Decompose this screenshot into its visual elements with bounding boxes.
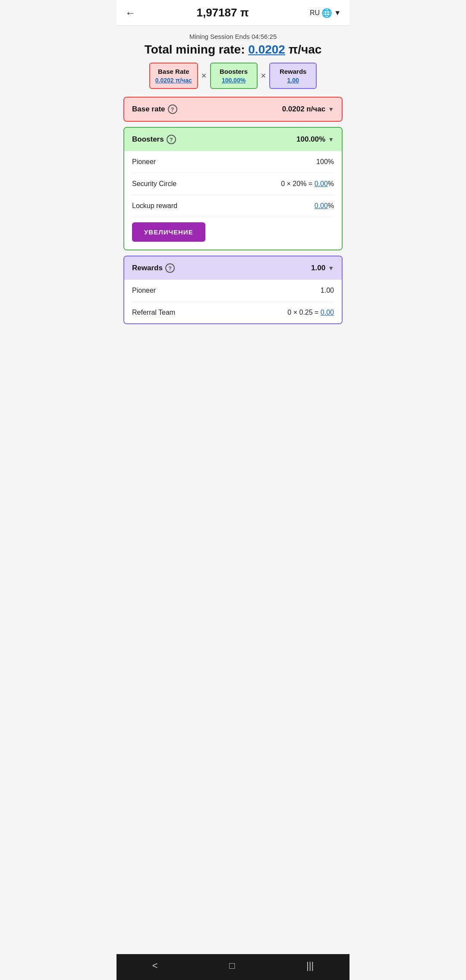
rewards-box[interactable]: Rewards 1.00 (269, 63, 317, 89)
rewards-pioneer-row: Pioneer 1.00 (132, 280, 334, 302)
referral-team-linked[interactable]: 0.00 (321, 309, 334, 316)
total-rate-display: Total mining rate: 0.0202 π/час (123, 43, 343, 57)
boosters-chevron-icon: ▼ (328, 136, 334, 143)
pioneer-label: Pioneer (132, 158, 156, 166)
boosters-title: Boosters ? (132, 135, 176, 144)
base-rate-box-value: 0.0202 π/час (155, 77, 192, 84)
nav-bar: < □ ||| (116, 954, 350, 980)
security-circle-label: Security Circle (132, 180, 176, 188)
base-rate-box[interactable]: Base Rate 0.0202 π/час (149, 63, 198, 89)
base-rate-chevron-icon: ▼ (328, 106, 334, 113)
boost-button[interactable]: УВЕЛИЧЕНИЕ (132, 222, 205, 242)
boosters-header[interactable]: Boosters ? 100.00% ▼ (124, 128, 342, 151)
base-rate-help-icon[interactable]: ? (168, 104, 177, 114)
rewards-section: Rewards ? 1.00 ▼ Pioneer 1.00 Referral T… (123, 256, 343, 324)
balance-display: 1,97187 π (196, 6, 249, 19)
rewards-pioneer-label: Pioneer (132, 287, 156, 294)
pioneer-row: Pioneer 100% (132, 151, 334, 173)
boosters-help-icon[interactable]: ? (167, 135, 176, 144)
boosters-value: 100.00% ▼ (296, 135, 334, 144)
lockup-reward-linked[interactable]: 0.00 (315, 202, 328, 209)
total-rate-value: 0.0202 (248, 43, 285, 56)
rewards-box-value: 1.00 (275, 77, 311, 84)
rewards-title: Rewards ? (132, 263, 175, 273)
rewards-value: 1.00 ▼ (311, 264, 334, 272)
security-circle-row: Security Circle 0 × 20% = 0.00% (132, 173, 334, 195)
total-rate-unit: π/час (285, 43, 321, 56)
main-content: Mining Session Ends 04:56:25 Total minin… (116, 26, 350, 954)
base-rate-header[interactable]: Base rate ? 0.0202 п/час ▼ (124, 98, 342, 121)
base-rate-section: Base rate ? 0.0202 п/час ▼ (123, 97, 343, 122)
base-rate-title: Base rate ? (132, 104, 177, 114)
boost-btn-row: УВЕЛИЧЕНИЕ (132, 217, 334, 250)
globe-icon: 🌐 (321, 8, 332, 18)
mining-session-label: Mining Session Ends 04:56:25 (123, 33, 343, 40)
security-circle-linked[interactable]: 0.00 (315, 180, 328, 187)
boosters-box[interactable]: Boosters 100.00% (210, 63, 258, 89)
app-header: ← 1,97187 π RU 🌐 ▼ (116, 0, 350, 26)
base-rate-value: 0.0202 п/час ▼ (282, 105, 334, 114)
rate-boxes-row: Base Rate 0.0202 π/час × Boosters 100.00… (123, 63, 343, 89)
nav-back-button[interactable]: < (152, 960, 158, 971)
base-rate-box-label: Base Rate (155, 68, 192, 75)
rewards-chevron-icon: ▼ (328, 265, 334, 272)
boosters-box-label: Boosters (216, 68, 252, 75)
rewards-body: Pioneer 1.00 Referral Team 0 × 0.25 = 0.… (124, 280, 342, 323)
referral-team-label: Referral Team (132, 309, 175, 316)
lang-label: RU (310, 9, 320, 17)
lockup-reward-row: Lockup reward 0.00% (132, 195, 334, 217)
referral-team-row: Referral Team 0 × 0.25 = 0.00 (132, 302, 334, 323)
multiply-sign-2: × (261, 71, 266, 81)
boosters-box-value: 100.00% (216, 77, 252, 84)
rewards-header[interactable]: Rewards ? 1.00 ▼ (124, 256, 342, 280)
dropdown-icon: ▼ (334, 9, 341, 17)
rewards-help-icon[interactable]: ? (165, 263, 175, 273)
back-button[interactable]: ← (125, 7, 135, 19)
nav-menu-button[interactable]: ||| (306, 960, 314, 971)
total-rate-prefix: Total mining rate: (145, 43, 249, 56)
lockup-reward-label: Lockup reward (132, 202, 177, 210)
nav-home-button[interactable]: □ (229, 960, 235, 971)
language-selector[interactable]: RU 🌐 ▼ (310, 8, 341, 18)
rewards-box-label: Rewards (275, 68, 311, 75)
boosters-section: Boosters ? 100.00% ▼ Pioneer 100% Securi… (123, 127, 343, 250)
referral-team-value: 0 × 0.25 = 0.00 (287, 309, 334, 316)
lockup-reward-value: 0.00% (315, 202, 334, 210)
rewards-pioneer-value: 1.00 (321, 287, 334, 294)
boosters-body: Pioneer 100% Security Circle 0 × 20% = 0… (124, 151, 342, 250)
pioneer-value: 100% (316, 158, 334, 166)
security-circle-value: 0 × 20% = 0.00% (281, 180, 334, 188)
multiply-sign-1: × (202, 71, 207, 81)
